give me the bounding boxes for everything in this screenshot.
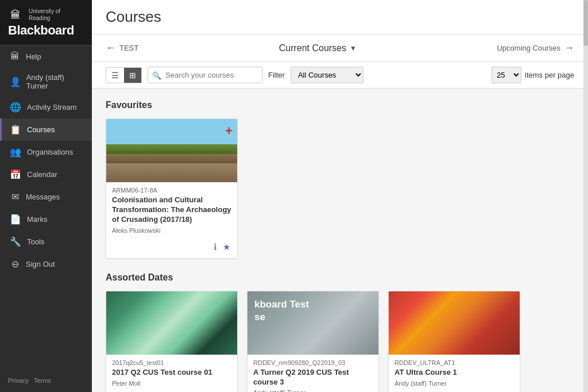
signout-icon: ⊖ <box>10 259 20 270</box>
center-nav-label: Current Courses <box>279 43 346 53</box>
sidebar-item-courses[interactable]: 📋Courses <box>0 118 92 141</box>
filter-select[interactable]: All CoursesFavouritesAssorted Dates <box>291 67 363 83</box>
list-view-button[interactable]: ☰ <box>106 68 124 83</box>
card-body: RDDEV_nm909280_Q22019_03 A Turner Q2 201… <box>247 355 378 392</box>
assorted-dates-section: Assorted Dates 2017q2cu5_test01 2017 Q2 … <box>106 272 574 392</box>
card-instructor: Andy (staff) Turner <box>253 389 373 392</box>
card-image <box>389 291 520 355</box>
per-page-label: items per page <box>525 71 574 79</box>
current-period-label: Current Courses ▼ <box>138 43 497 53</box>
sidebar-label-signout: Sign Out <box>26 260 55 268</box>
sidebar-label-user: Andy (staff) Turner <box>26 73 84 90</box>
card-instructor: Andy (staff) Turner <box>394 380 514 387</box>
sidebar-label-calendar: Calendar <box>27 170 57 179</box>
sidebar-label-marks: Marks <box>27 215 47 224</box>
sidebar: 🏛 University of Reading Blackboard 🏛Help… <box>0 0 92 392</box>
sidebar-item-marks[interactable]: 📄Marks <box>0 208 92 230</box>
sidebar-nav: 🏛Help👤Andy (staff) Turner🌐Activity Strea… <box>0 45 92 371</box>
page-title: Courses <box>106 8 574 26</box>
course-info-button[interactable]: ℹ <box>212 241 218 253</box>
sidebar-label-activity: Activity Stream <box>27 103 77 112</box>
privacy-link[interactable]: Privacy <box>8 377 29 384</box>
card-code: RDDEV_nm909280_Q22019_03 <box>253 359 373 366</box>
organisations-icon: 👥 <box>10 147 21 157</box>
card-image: kboard Testse <box>247 291 378 355</box>
favourites-title: Favourites <box>106 100 574 110</box>
help-icon: 🏛 <box>10 51 20 62</box>
sidebar-label-help: Help <box>26 52 41 61</box>
card-instructor: Aleks Pluskowski <box>112 227 231 234</box>
toolbar: ☰ ⊞ 🔍 Filter All CoursesFavouritesAssort… <box>92 62 588 89</box>
sidebar-item-signout[interactable]: ⊖Sign Out <box>0 253 92 275</box>
content-area: Favourites ARMM06-17-8A Colonisation and… <box>92 89 588 392</box>
course-nav-bar: ← TEST Current Courses ▼ Upcoming Course… <box>92 34 588 62</box>
uni-name-line1: University of <box>29 8 60 15</box>
card-body: RDDEV_ULTRA_AT1 AT Ultra Course 1 Andy (… <box>389 355 520 391</box>
sidebar-label-messages: Messages <box>26 193 60 201</box>
terms-link[interactable]: Terms <box>34 377 51 384</box>
card-title[interactable]: 2017 Q2 CUS Test course 01 <box>112 368 231 378</box>
activity-icon: 🌐 <box>10 102 21 113</box>
grid-view-button[interactable]: ⊞ <box>124 68 141 83</box>
scrollbar[interactable] <box>583 0 588 392</box>
search-wrapper: 🔍 <box>148 67 262 83</box>
sidebar-item-help[interactable]: 🏛Help <box>0 45 92 67</box>
sidebar-item-messages[interactable]: ✉Messages <box>0 186 92 208</box>
page-header: Courses <box>92 0 588 34</box>
card-code: ARMM06-17-8A <box>112 187 231 194</box>
card-image <box>106 291 237 355</box>
main-content: Courses ← TEST Current Courses ▼ Upcomin… <box>92 0 588 392</box>
user-icon: 👤 <box>10 76 21 87</box>
course-card[interactable]: kboard Testse RDDEV_nm909280_Q22019_03 A… <box>247 291 379 392</box>
scroll-thumb[interactable] <box>583 0 588 46</box>
card-title[interactable]: A Turner Q2 2019 CUS Test course 3 <box>253 368 373 387</box>
card-title[interactable]: Colonisation and Cultural Transformation… <box>112 195 231 225</box>
prev-nav[interactable]: ← TEST <box>106 42 138 54</box>
card-body: 2017q2cu5_test01 2017 Q2 CUS Test course… <box>106 355 237 391</box>
uni-name-line2: Reading <box>29 15 60 22</box>
search-icon: 🔍 <box>152 71 161 79</box>
blackboard-title: Blackboard <box>8 23 84 38</box>
marks-icon: 📄 <box>10 214 21 225</box>
sidebar-item-organisations[interactable]: 👥Organisations <box>0 141 92 163</box>
prev-nav-label: TEST <box>119 44 138 52</box>
search-input[interactable] <box>148 67 262 83</box>
left-arrow-icon: ← <box>106 42 116 54</box>
next-nav[interactable]: Upcoming Courses → <box>497 42 574 54</box>
sidebar-label-organisations: Organisations <box>27 148 73 156</box>
right-arrow-icon: → <box>564 42 574 54</box>
filter-label: Filter <box>268 71 285 79</box>
sidebar-item-tools[interactable]: 🔧Tools <box>0 230 92 253</box>
per-page-select[interactable]: 2550100 <box>492 67 521 83</box>
svg-text:🏛: 🏛 <box>10 9 21 21</box>
course-card[interactable]: ARMM06-17-8A Colonisation and Cultural T… <box>106 118 238 259</box>
view-toggle: ☰ ⊞ <box>106 67 142 83</box>
card-code: 2017q2cu5_test01 <box>112 359 231 366</box>
course-star-button[interactable]: ★ <box>222 241 231 253</box>
card-instructor: Peter Moll <box>112 380 231 387</box>
sidebar-item-user[interactable]: 👤Andy (staff) Turner <box>0 67 92 96</box>
favourites-section: Favourites ARMM06-17-8A Colonisation and… <box>106 100 574 259</box>
sidebar-item-activity[interactable]: 🌐Activity Stream <box>0 96 92 118</box>
card-image <box>106 119 237 182</box>
favourites-grid: ARMM06-17-8A Colonisation and Cultural T… <box>106 118 574 259</box>
sidebar-label-tools: Tools <box>27 237 44 246</box>
sidebar-logo: 🏛 University of Reading Blackboard <box>0 0 92 45</box>
assorted-dates-title: Assorted Dates <box>106 272 574 283</box>
per-page-wrap: 2550100 items per page <box>492 67 574 83</box>
assorted-dates-grid: 2017q2cu5_test01 2017 Q2 CUS Test course… <box>106 291 574 392</box>
sidebar-label-courses: Courses <box>27 125 55 134</box>
dropdown-arrow-icon[interactable]: ▼ <box>350 44 357 52</box>
calendar-icon: 📅 <box>10 169 21 180</box>
courses-icon: 📋 <box>10 124 21 135</box>
sidebar-item-calendar[interactable]: 📅Calendar <box>0 163 92 186</box>
card-footer: ℹ ★ <box>106 239 237 258</box>
card-body: ARMM06-17-8A Colonisation and Cultural T… <box>106 182 237 239</box>
kboard-text: kboard Testse <box>254 298 309 324</box>
messages-icon: ✉ <box>10 191 20 202</box>
course-card[interactable]: 2017q2cu5_test01 2017 Q2 CUS Test course… <box>106 291 238 392</box>
course-card[interactable]: RDDEV_ULTRA_AT1 AT Ultra Course 1 Andy (… <box>388 291 520 392</box>
tools-icon: 🔧 <box>10 236 21 247</box>
university-logo-icon: 🏛 <box>8 7 24 23</box>
card-title[interactable]: AT Ultra Course 1 <box>394 368 514 378</box>
